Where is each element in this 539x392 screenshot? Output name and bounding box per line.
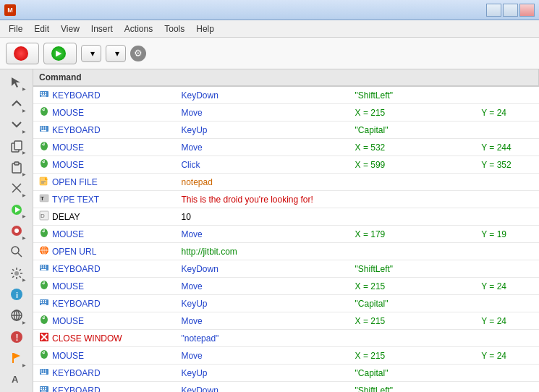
svg-rect-40 xyxy=(41,129,42,130)
record-button[interactable] xyxy=(6,43,39,64)
svg-rect-80 xyxy=(41,302,42,304)
sidebar-record[interactable] xyxy=(7,221,27,240)
sidebar-play[interactable] xyxy=(7,200,27,219)
cmd-param1: X = 215 xyxy=(349,312,476,330)
play-special-button[interactable]: ▾ xyxy=(106,45,126,62)
sidebar-globe[interactable] xyxy=(7,306,27,325)
cmd-name: KEYBOARD xyxy=(52,385,101,393)
sidebar-settings[interactable] xyxy=(7,263,27,283)
minimize-button[interactable] xyxy=(486,4,501,17)
cmd-param1: X = 179 xyxy=(349,226,476,243)
table-row[interactable]: MOUSE Move X = 179 Y = 19 xyxy=(33,226,539,243)
cmd-cell: MOUSE xyxy=(33,347,175,365)
sidebar-scroll-down[interactable] xyxy=(7,115,27,135)
table-row[interactable]: KEYBOARD KeyDown "ShiftLeft" xyxy=(33,86,539,104)
svg-point-13 xyxy=(14,271,19,276)
cmd-cell: MOUSE xyxy=(33,278,175,295)
play-special-arrow: ▾ xyxy=(115,48,119,59)
svg-text:!: ! xyxy=(15,333,18,343)
cmd-cell: MOUSE xyxy=(33,226,175,243)
menu-view[interactable]: View xyxy=(55,22,85,36)
svg-rect-66 xyxy=(41,265,42,267)
sidebar-copy[interactable] xyxy=(7,136,27,155)
menu-edit[interactable]: Edit xyxy=(28,22,55,36)
cmd-param2: Y = 352 xyxy=(475,156,538,174)
sidebar-search[interactable] xyxy=(7,242,27,262)
svg-rect-102 xyxy=(41,387,42,388)
app-icon: M xyxy=(4,4,16,16)
cmd-param2 xyxy=(475,122,538,139)
settings-button[interactable]: ⚙ xyxy=(130,46,149,61)
table-row[interactable]: MOUSE Move X = 215 Y = 24 xyxy=(33,347,539,365)
menu-help[interactable]: Help xyxy=(190,22,220,36)
svg-rect-26 xyxy=(41,92,42,93)
cmd-param2 xyxy=(475,208,538,226)
svg-point-11 xyxy=(12,247,19,254)
svg-rect-77 xyxy=(41,300,42,302)
svg-rect-27 xyxy=(43,92,44,93)
cmd-name: MOUSE xyxy=(52,142,84,153)
sidebar-flag[interactable] xyxy=(7,348,27,367)
svg-rect-103 xyxy=(43,387,44,388)
sidebar-delete[interactable] xyxy=(7,179,27,198)
cmd-param2: Y = 244 xyxy=(475,139,538,156)
svg-rect-31 xyxy=(45,94,46,95)
sidebar-cursor[interactable] xyxy=(7,72,27,92)
cmd-icon xyxy=(39,349,49,362)
cmd-name: KEYBOARD xyxy=(52,264,101,274)
sidebar-info[interactable]: i xyxy=(7,284,27,304)
cmd-name: KEYBOARD xyxy=(52,368,101,378)
cmd-name: CLOSE WINDOW xyxy=(52,333,122,344)
cmd-param1: "ShiftLeft" xyxy=(349,86,476,104)
close-button[interactable] xyxy=(519,4,535,17)
menu-file[interactable]: File xyxy=(3,22,28,36)
table-row[interactable]: CLOSE WINDOW "notepad" xyxy=(33,330,539,347)
cmd-cell: OPEN FILE xyxy=(33,174,175,191)
table-area[interactable]: Command KEYBOARD KeyDown "ShiftLeft" MOU… xyxy=(33,69,539,392)
table-row[interactable]: KEYBOARD KeyDown "ShiftLeft" xyxy=(33,382,539,393)
maximize-button[interactable] xyxy=(503,4,518,17)
table-row[interactable]: MOUSE Move X = 215 Y = 24 xyxy=(33,104,539,122)
cmd-param2: Y = 24 xyxy=(475,347,538,365)
svg-rect-39 xyxy=(45,127,46,128)
sidebar-text[interactable]: A xyxy=(7,370,27,389)
table-row[interactable]: D DELAY 10 xyxy=(33,208,539,226)
cmd-cell: KEYBOARD xyxy=(33,365,175,382)
svg-rect-70 xyxy=(43,268,44,269)
menu-insert[interactable]: Insert xyxy=(85,22,119,36)
table-row[interactable]: T TYPE TEXT This is the droid you're loo… xyxy=(33,191,539,208)
table-row[interactable]: OPEN FILE notepad xyxy=(33,174,539,191)
table-row[interactable]: MOUSE Click X = 599 Y = 352 xyxy=(33,156,539,174)
cmd-cell: T TYPE TEXT xyxy=(33,191,175,208)
cmd-cell: MOUSE xyxy=(33,312,175,330)
svg-rect-29 xyxy=(41,94,42,95)
svg-rect-108 xyxy=(41,391,46,392)
table-row[interactable]: KEYBOARD KeyDown "ShiftLeft" xyxy=(33,260,539,278)
table-row[interactable]: MOUSE Move X = 215 Y = 24 xyxy=(33,278,539,295)
record-special-button[interactable]: ▾ xyxy=(81,45,101,62)
table-row[interactable]: KEYBOARD KeyUp "Capital" xyxy=(33,122,539,139)
play-button[interactable]: ▶ xyxy=(43,43,77,64)
sidebar-scroll-up[interactable] xyxy=(7,93,27,113)
table-row[interactable]: KEYBOARD KeyUp "Capital" xyxy=(33,295,539,312)
table-row[interactable]: MOUSE Move X = 532 Y = 244 xyxy=(33,139,539,156)
cmd-cell: MOUSE xyxy=(33,139,175,156)
cmd-param1: X = 215 xyxy=(349,278,476,295)
cmd-param1 xyxy=(349,174,476,191)
menu-tools[interactable]: Tools xyxy=(158,22,190,36)
menu-actions[interactable]: Actions xyxy=(119,22,158,36)
cmd-icon: T xyxy=(39,193,49,205)
table-row[interactable]: OPEN URL http://jitbit.com xyxy=(33,243,539,260)
cmd-action: KeyDown xyxy=(175,86,349,104)
cmd-action: KeyUp xyxy=(175,365,349,382)
cmd-name: KEYBOARD xyxy=(52,125,101,135)
cmd-param2 xyxy=(475,295,538,312)
svg-rect-97 xyxy=(41,372,42,373)
sidebar-alert[interactable]: ! xyxy=(7,327,27,346)
table-row[interactable]: MOUSE Move X = 215 Y = 24 xyxy=(33,312,539,330)
record-icon xyxy=(14,46,28,61)
cmd-param1: "ShiftLeft" xyxy=(349,260,476,278)
svg-rect-78 xyxy=(43,300,44,302)
table-row[interactable]: KEYBOARD KeyUp "Capital" xyxy=(33,365,539,382)
sidebar-paste[interactable] xyxy=(7,157,27,176)
